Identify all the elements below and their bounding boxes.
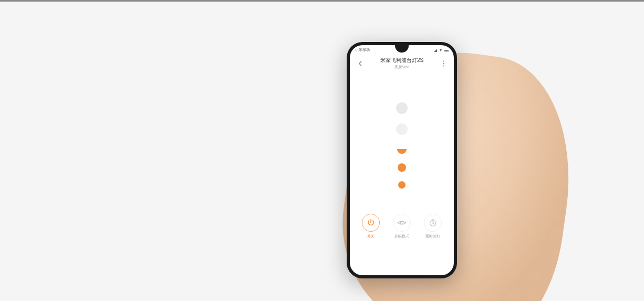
bottom-actions: 开关 护眼模式 延时关灯 <box>350 209 454 250</box>
svg-point-1 <box>443 63 444 64</box>
eye-icon <box>397 220 407 226</box>
brightness-slider[interactable] <box>350 72 454 209</box>
action-timer: 延时关灯 <box>424 214 442 239</box>
eyecare-label: 护眼模式 <box>394 234 409 239</box>
brightness-dot-4 <box>398 163 406 172</box>
eyecare-button[interactable] <box>393 214 411 232</box>
carrier-label: 小米移动 <box>355 47 370 53</box>
more-button[interactable] <box>439 59 448 68</box>
app-header: 米家飞利浦台灯2S 亮度56% <box>350 54 454 72</box>
timer-icon <box>429 219 437 227</box>
action-eyecare: 护眼模式 <box>393 214 411 239</box>
device-mockup: 小米移动 ◢ ▼ ▬ 米家飞利浦台灯2S 亮度56% <box>326 32 525 301</box>
svg-point-2 <box>443 65 444 66</box>
svg-point-0 <box>443 60 444 61</box>
action-power: 开关 <box>362 214 380 239</box>
signal-icon: ◢ <box>434 48 437 53</box>
brightness-dot-2 <box>396 123 408 135</box>
brightness-dot-1 <box>396 102 408 114</box>
svg-point-3 <box>400 222 403 224</box>
brightness-dot-3-fill <box>397 149 407 154</box>
brightness-dot-3 <box>397 144 407 154</box>
battery-icon: ▬ <box>444 48 449 53</box>
timer-button[interactable] <box>424 214 442 232</box>
more-vertical-icon <box>443 60 444 67</box>
header-title-group: 米家飞利浦台灯2S 亮度56% <box>365 57 439 70</box>
chevron-left-icon <box>358 60 362 67</box>
wifi-icon: ▼ <box>439 48 443 53</box>
phone-screen: 小米移动 ◢ ▼ ▬ 米家飞利浦台灯2S 亮度56% <box>350 45 454 275</box>
power-icon <box>367 219 375 227</box>
power-label: 开关 <box>367 234 375 239</box>
app-subtitle: 亮度56% <box>365 65 439 70</box>
brightness-dot-5 <box>398 181 406 189</box>
page-top-stripe <box>0 0 644 2</box>
app-title: 米家飞利浦台灯2S <box>365 57 439 64</box>
power-button[interactable] <box>362 214 380 232</box>
back-button[interactable] <box>356 59 365 68</box>
timer-label: 延时关灯 <box>425 234 440 239</box>
phone-frame: 小米移动 ◢ ▼ ▬ 米家飞利浦台灯2S 亮度56% <box>347 42 457 278</box>
status-icons: ◢ ▼ ▬ <box>434 48 449 53</box>
